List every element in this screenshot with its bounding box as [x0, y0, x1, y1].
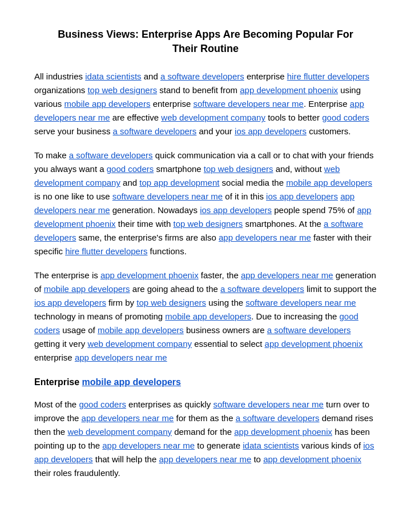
link-good-coders-2[interactable]: good coders — [107, 164, 154, 174]
link-top-web-designers-3[interactable]: top web designers — [173, 219, 243, 229]
link-good-coders-4[interactable]: good coders — [79, 399, 126, 409]
paragraph-1: All industries idata scientists and a so… — [34, 70, 377, 138]
link-app-development-phoenix-5[interactable]: app development phoenix — [234, 427, 332, 437]
link-idata-scientists[interactable]: idata scientists — [85, 71, 141, 81]
link-a-software-developers-6[interactable]: a software developers — [267, 325, 351, 335]
link-app-developers-near-me-4[interactable]: app developers near me — [241, 270, 333, 280]
link-web-development-company-4[interactable]: web development company — [67, 427, 172, 437]
paragraph-2: To make a software developers quick comm… — [34, 149, 377, 258]
link-web-development-company-3[interactable]: web development company — [87, 339, 192, 349]
link-a-software-developers-3[interactable]: a software developers — [69, 150, 153, 160]
link-app-development-phoenix-6[interactable]: app development phoenix — [263, 454, 361, 464]
link-top-web-designers-4[interactable]: top web designers — [136, 298, 206, 307]
link-a-software-developers-1[interactable]: a software developers — [160, 71, 244, 81]
link-app-developers-near-me-3[interactable]: app developers near me — [219, 233, 311, 242]
link-web-development-company-1[interactable]: web development company — [161, 113, 265, 122]
link-a-software-developers-5[interactable]: a software developers — [220, 284, 304, 294]
link-mobile-app-developers-1[interactable]: mobile app developers — [65, 99, 151, 109]
link-mobile-app-developers-2[interactable]: mobile app developers — [286, 178, 372, 187]
paragraph-4: Most of the good coders enterprises as q… — [34, 398, 377, 480]
link-ios-app-developers-4[interactable]: ios app developers — [34, 298, 106, 307]
link-software-developers-near-me-1[interactable]: software developers near me — [194, 99, 304, 109]
link-hire-flutter-developers-1[interactable]: hire flutter developers — [287, 71, 369, 81]
link-software-developers-near-me-3[interactable]: software developers near me — [245, 298, 356, 307]
link-mobile-app-developers-heading[interactable]: mobile app developers — [82, 377, 181, 387]
link-mobile-app-developers-5[interactable]: mobile app developers — [98, 325, 184, 335]
link-app-developers-near-me-6[interactable]: app developers near me — [82, 413, 174, 423]
link-app-developers-near-me-7[interactable]: app developers near me — [102, 441, 195, 450]
link-good-coders-1[interactable]: good coders — [322, 113, 369, 122]
link-ios-app-developers-2[interactable]: ios app developers — [266, 191, 338, 201]
link-a-software-developers-2[interactable]: a software developers — [113, 126, 197, 136]
link-top-web-designers-1[interactable]: top web designers — [87, 85, 157, 95]
link-app-developers-near-me-8[interactable]: app developers near me — [159, 454, 251, 464]
link-software-developers-near-me-4[interactable]: software developers near me — [213, 399, 324, 409]
section-heading: Enterprise mobile app developers — [34, 375, 377, 390]
link-app-developers-near-me-5[interactable]: app developers near me — [75, 353, 167, 362]
link-top-app-development-1[interactable]: top app development — [139, 178, 219, 187]
link-ios-app-developers-1[interactable]: ios app developers — [235, 126, 307, 136]
link-mobile-app-developers-3[interactable]: mobile app developers — [44, 284, 130, 294]
link-software-developers-near-me-2[interactable]: software developers near me — [112, 191, 223, 201]
link-top-web-designers-2[interactable]: top web designers — [204, 164, 273, 174]
link-app-development-phoenix-4[interactable]: app development phoenix — [265, 339, 363, 349]
link-a-software-developers-7[interactable]: a software developers — [236, 413, 320, 423]
link-app-development-phoenix-3[interactable]: app development phoenix — [100, 270, 199, 280]
link-ios-app-developers-3[interactable]: ios app developers — [200, 205, 272, 215]
paragraph-3: The enterprise is app development phoeni… — [34, 269, 377, 365]
link-mobile-app-developers-4[interactable]: mobile app developers — [165, 311, 251, 321]
link-hire-flutter-developers-2[interactable]: hire flutter developers — [65, 246, 147, 256]
link-app-development-phoenix-1[interactable]: app development phoenix — [240, 85, 338, 95]
link-idata-scientists-2[interactable]: idata scientists — [243, 441, 299, 450]
page-title: Business Views: Enterprise Apps Are Beco… — [34, 27, 377, 56]
